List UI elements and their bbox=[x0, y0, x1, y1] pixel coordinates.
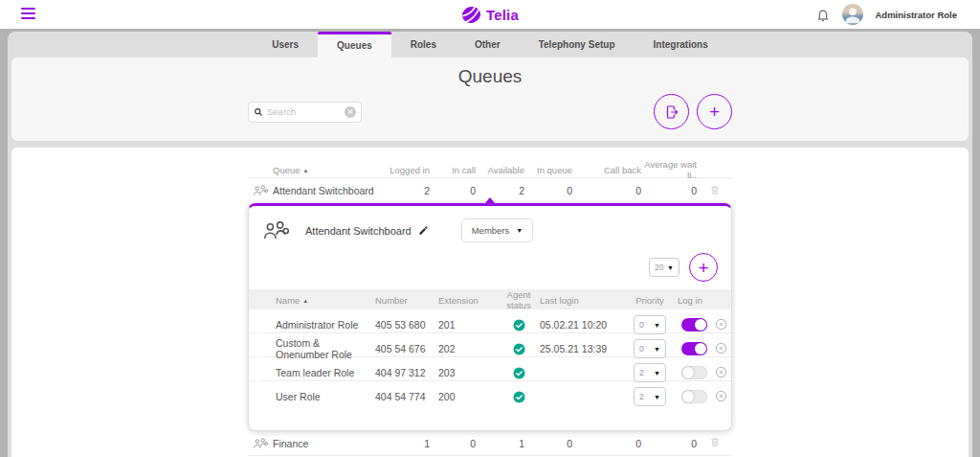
member-avatar bbox=[249, 393, 276, 412]
expanded-queue-name: Attendant Switchboard bbox=[305, 225, 412, 237]
member-name: User Role bbox=[276, 391, 375, 402]
queue-logged-in: 2 bbox=[382, 185, 430, 196]
tab-roles[interactable]: Roles bbox=[391, 32, 456, 57]
member-last-login: 25.05.21 13:39 bbox=[540, 343, 630, 354]
column-header-call-back[interactable]: Call back bbox=[572, 165, 641, 175]
priority-dropdown[interactable]: 2▼ bbox=[634, 363, 666, 382]
queue-available: 1 bbox=[476, 438, 524, 449]
page-size-value: 20 bbox=[655, 263, 663, 272]
tab-other[interactable]: Other bbox=[456, 32, 520, 57]
log-in-toggle[interactable] bbox=[681, 342, 707, 355]
tab-telephony-setup[interactable]: Telephony Setup bbox=[520, 32, 635, 57]
hamburger-menu-icon[interactable] bbox=[21, 8, 35, 21]
member-last-login: 05.02.21 10:20 bbox=[540, 319, 630, 331]
sort-asc-icon: ▲ bbox=[303, 168, 309, 173]
column-header-available[interactable]: Available bbox=[476, 165, 524, 175]
column-header-agent-status[interactable]: Agent status bbox=[498, 289, 540, 310]
member-extension: 203 bbox=[438, 367, 498, 378]
remove-member-icon[interactable] bbox=[710, 342, 731, 356]
member-row[interactable]: Custom & Onenumber Role 405 54 676 202 2… bbox=[249, 333, 731, 357]
member-row[interactable]: Team leader Role 404 97 312 203 2▼ bbox=[249, 357, 731, 381]
column-header-in-queue[interactable]: In queue bbox=[524, 165, 572, 175]
queue-name: Finance bbox=[273, 438, 382, 449]
queue-name: Attendant Switchboard bbox=[273, 185, 382, 196]
user-avatar[interactable] bbox=[842, 4, 863, 25]
search-input[interactable] bbox=[263, 106, 345, 117]
column-header-queue[interactable]: Queue▲ bbox=[273, 165, 382, 175]
main-panel: Users Queues Roles Other Telephony Setup… bbox=[8, 32, 972, 457]
queue-table-card: Queue▲ Logged in In call Available In qu… bbox=[11, 148, 969, 457]
column-header-last-login[interactable]: Last login bbox=[540, 295, 630, 306]
remove-member-icon[interactable] bbox=[710, 318, 731, 332]
remove-member-icon[interactable] bbox=[710, 390, 731, 404]
queue-in-queue: 0 bbox=[524, 185, 572, 196]
queue-group-icon bbox=[248, 437, 273, 450]
log-in-toggle[interactable] bbox=[681, 390, 707, 403]
clear-search-icon[interactable]: ✕ bbox=[345, 106, 356, 118]
chevron-down-icon: ▼ bbox=[654, 346, 660, 353]
column-header-number[interactable]: Number bbox=[375, 295, 438, 306]
column-header-average-wait[interactable]: Average wait ti.. bbox=[641, 159, 697, 180]
telia-pebble-icon bbox=[461, 5, 481, 25]
priority-dropdown[interactable]: 0▼ bbox=[634, 315, 666, 334]
top-bar: Telia Administrator Role bbox=[0, 0, 980, 29]
member-row[interactable]: Administrator Role 405 53 680 201 05.02.… bbox=[249, 309, 731, 333]
agent-status-available-icon bbox=[498, 390, 540, 403]
column-header-name[interactable]: Name▲ bbox=[276, 295, 375, 306]
queue-call-back: 0 bbox=[572, 438, 641, 449]
queue-call-back: 0 bbox=[572, 185, 641, 196]
priority-dropdown[interactable]: 2▼ bbox=[634, 387, 666, 406]
export-button[interactable] bbox=[654, 94, 689, 129]
member-row[interactable]: User Role 404 54 774 200 2▼ bbox=[249, 381, 731, 405]
member-extension: 202 bbox=[438, 343, 498, 354]
search-icon bbox=[254, 107, 263, 117]
chevron-down-icon: ▼ bbox=[667, 264, 674, 271]
queue-in-queue: 0 bbox=[524, 438, 572, 449]
log-in-toggle[interactable] bbox=[681, 318, 707, 331]
queue-in-call: 0 bbox=[430, 185, 476, 196]
chevron-down-icon: ▼ bbox=[516, 227, 523, 234]
column-header-in-call[interactable]: In call bbox=[430, 165, 476, 175]
remove-member-icon[interactable] bbox=[710, 366, 731, 380]
column-header-extension[interactable]: Extension bbox=[438, 295, 498, 306]
chevron-down-icon: ▼ bbox=[654, 370, 660, 377]
member-number: 404 54 774 bbox=[375, 391, 438, 402]
member-number: 404 97 312 bbox=[375, 367, 438, 378]
tab-integrations[interactable]: Integrations bbox=[635, 32, 727, 57]
sort-asc-icon: ▲ bbox=[302, 298, 308, 304]
column-header-log-in[interactable]: Log in bbox=[670, 295, 710, 306]
member-name: Custom & Onenumber Role bbox=[276, 337, 375, 360]
queue-in-call: 0 bbox=[430, 438, 476, 449]
delete-queue-icon[interactable] bbox=[697, 436, 732, 450]
queue-group-icon bbox=[248, 184, 273, 197]
column-header-logged-in[interactable]: Logged in bbox=[382, 165, 430, 175]
tab-users[interactable]: Users bbox=[253, 32, 318, 57]
member-avatar bbox=[249, 321, 276, 340]
members-dropdown-label: Members bbox=[472, 225, 510, 236]
notifications-bell-icon[interactable] bbox=[815, 7, 831, 22]
chevron-down-icon: ▼ bbox=[654, 394, 660, 400]
delete-queue-icon[interactable] bbox=[697, 184, 732, 198]
agent-status-available-icon bbox=[498, 366, 540, 379]
brand-name: Telia bbox=[486, 7, 519, 23]
edit-queue-name-icon[interactable] bbox=[418, 222, 429, 240]
user-role-label[interactable]: Administrator Role bbox=[875, 10, 957, 20]
priority-dropdown[interactable]: 0▼ bbox=[634, 339, 666, 358]
plus-icon: + bbox=[709, 103, 720, 121]
chevron-down-icon: ▼ bbox=[654, 322, 660, 329]
page-title: Queues bbox=[248, 66, 732, 87]
export-icon bbox=[663, 103, 680, 121]
log-in-toggle[interactable] bbox=[681, 366, 707, 379]
page-size-dropdown[interactable]: 20 ▼ bbox=[649, 258, 679, 277]
agent-status-available-icon bbox=[498, 318, 540, 331]
add-member-button[interactable]: + bbox=[689, 253, 718, 282]
add-queue-button[interactable]: + bbox=[697, 94, 732, 129]
tab-queues[interactable]: Queues bbox=[318, 32, 391, 57]
members-dropdown[interactable]: Members ▼ bbox=[461, 218, 534, 242]
queue-row-finance[interactable]: Finance 1 0 1 0 0 0 bbox=[248, 431, 732, 456]
member-number: 405 53 680 bbox=[375, 319, 438, 331]
column-header-priority[interactable]: Priority bbox=[630, 295, 670, 306]
tab-bar: Users Queues Roles Other Telephony Setup… bbox=[8, 32, 972, 57]
member-name: Team leader Role bbox=[276, 367, 375, 378]
queue-logged-in: 1 bbox=[382, 438, 430, 449]
